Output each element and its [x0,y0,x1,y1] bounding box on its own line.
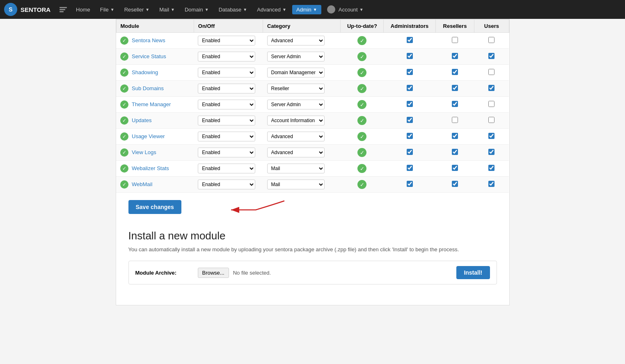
save-area: Save changes [116,193,509,221]
onoff-cell: EnabledDisabled [194,113,263,129]
main-wrap: ✓Sentora NewsEnabledDisabledAdvancedServ… [0,19,625,305]
nav-domain[interactable]: Domain ▼ [181,5,213,14]
module-link[interactable]: WebMail [132,181,152,187]
table-row: ✓Webalizer StatsEnabledDisabledMailAdvan… [116,161,509,177]
module-link[interactable]: Theme Manager [132,101,171,107]
onoff-cell: EnabledDisabled [194,49,263,65]
onoff-cell: EnabledDisabled [194,97,263,113]
uptodate-cell: ✓ [341,113,384,129]
nav-account[interactable]: Account ▼ [323,4,368,15]
admin-cell [384,49,435,65]
admin-cell [384,97,435,113]
reseller-cell [435,97,474,113]
module-link[interactable]: Webalizer Stats [132,165,169,171]
category-cell: AdvancedServer AdminDomain ManagementRes… [263,49,341,65]
module-status-icon: ✓ [120,132,128,141]
nav-advanced[interactable]: Advanced ▼ [253,5,291,14]
install-section: Install a new module You can automatical… [116,221,509,293]
user-cell [474,81,509,97]
module-link[interactable]: Sentora News [132,37,165,43]
module-link[interactable]: Sub Domains [132,85,164,91]
uptodate-cell: ✓ [341,97,384,113]
module-link[interactable]: Shadowing [132,69,158,75]
onoff-cell: EnabledDisabled [194,65,263,81]
module-status-icon: ✓ [120,164,128,173]
uptodate-cell: ✓ [341,81,384,97]
nav-file[interactable]: File ▼ [96,5,119,14]
onoff-cell: EnabledDisabled [194,177,263,193]
category-cell: AdvancedServer AdminDomain ManagementRes… [263,145,341,161]
nav-home[interactable]: Home [72,5,94,14]
table-row: ✓WebMailEnabledDisabledMailAdvancedServe… [116,177,509,193]
onoff-cell: EnabledDisabled [194,129,263,145]
modules-table: ✓Sentora NewsEnabledDisabledAdvancedServ… [116,19,509,193]
user-cell [474,65,509,81]
uptodate-icon: ✓ [357,36,366,45]
uptodate-cell: ✓ [341,129,384,145]
table-row: ✓Usage ViewerEnabledDisabledAdvancedServ… [116,129,509,145]
category-cell: AdvancedServer AdminDomain ManagementRes… [263,113,341,129]
user-cell [474,113,509,129]
brand-name: SENTORA [21,6,50,13]
col-header-admin: Administrators [384,20,435,33]
save-button[interactable]: Save changes [128,200,181,214]
uptodate-cell: ✓ [341,177,384,193]
onoff-cell: EnabledDisabled [194,33,263,49]
admin-cell [384,129,435,145]
reseller-cell [435,49,474,65]
reseller-cell [435,113,474,129]
reseller-cell [435,81,474,97]
onoff-cell: EnabledDisabled [194,161,263,177]
uptodate-icon: ✓ [357,148,366,157]
browse-button[interactable]: Browse... [198,268,229,278]
module-status-icon: ✓ [120,68,128,77]
uptodate-cell: ✓ [341,145,384,161]
table-row: ✓Service StatusEnabledDisabledAdvancedSe… [116,49,509,65]
module-status-icon: ✓ [120,180,128,189]
install-desc: You can automatically install a new modu… [128,246,497,253]
nav-admin[interactable]: Admin ▼ [292,5,321,14]
module-status-icon: ✓ [120,84,128,93]
nav-reseller[interactable]: Reseller ▼ [120,5,154,14]
bars-icon [60,7,67,12]
modules-table-wrap: ✓Sentora NewsEnabledDisabledAdvancedServ… [116,19,509,193]
user-cell [474,33,509,49]
category-cell: MailAdvancedServer AdminDomain Managemen… [263,177,341,193]
brand: S SENTORA [4,3,50,16]
install-button[interactable]: Install! [456,266,490,279]
module-link[interactable]: Updates [132,117,151,123]
nav-database[interactable]: Database ▼ [215,5,252,14]
uptodate-cell: ✓ [341,161,384,177]
col-header-category: Category [263,20,341,33]
table-row: ✓Theme ManagerEnabledDisabledAdvancedSer… [116,97,509,113]
module-link[interactable]: Service Status [132,53,166,59]
user-cell [474,97,509,113]
category-cell: AdvancedServer AdminDomain ManagementRes… [263,97,341,113]
col-header-onoff: On/Off [194,20,263,33]
uptodate-icon: ✓ [357,84,366,93]
brand-logo: S [4,3,17,16]
module-status-icon: ✓ [120,36,128,45]
category-cell: AdvancedServer AdminDomain ManagementRes… [263,81,341,97]
module-status-icon: ✓ [120,148,128,157]
content-area: ✓Sentora NewsEnabledDisabledAdvancedServ… [116,19,510,305]
nav-mail[interactable]: Mail ▼ [155,5,179,14]
uptodate-icon: ✓ [357,116,366,125]
admin-cell [384,177,435,193]
admin-cell [384,65,435,81]
col-header-resellers: Resellers [435,20,474,33]
uptodate-cell: ✓ [341,49,384,65]
admin-cell [384,161,435,177]
uptodate-icon: ✓ [357,68,366,77]
uptodate-icon: ✓ [357,52,366,61]
col-header-users: Users [474,20,509,33]
col-header-uptodate: Up-to-date? [341,20,384,33]
admin-cell [384,145,435,161]
module-link[interactable]: View Logs [132,149,156,155]
file-input-area: Browse... No file selected. [198,268,452,278]
admin-cell [384,81,435,97]
table-row: ✓View LogsEnabledDisabledAdvancedServer … [116,145,509,161]
category-cell: AdvancedServer AdminDomain ManagementRes… [263,65,341,81]
reseller-cell [435,177,474,193]
module-link[interactable]: Usage Viewer [132,133,165,139]
